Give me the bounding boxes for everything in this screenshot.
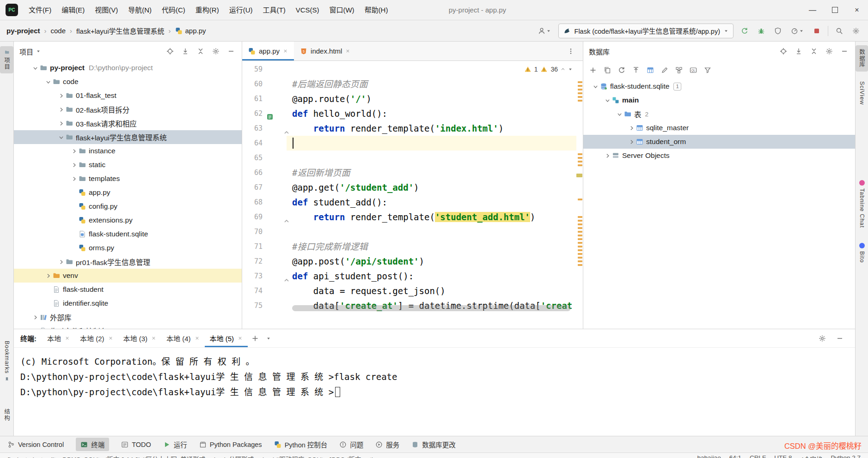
profiler-button[interactable] — [789, 25, 806, 36]
menu-item[interactable]: 工具(T) — [257, 0, 290, 20]
editor-tab-index.html[interactable]: 5index.html — [294, 42, 356, 60]
warning-stripe-mark[interactable] — [578, 260, 582, 262]
breadcrumb-item[interactable]: py-project — [6, 27, 40, 35]
window-maximize-button[interactable] — [824, 0, 846, 20]
chevron-right-icon[interactable] — [627, 139, 636, 145]
chevron-right-icon[interactable] — [56, 121, 66, 127]
warning-stripe-mark[interactable] — [578, 231, 582, 233]
line-number[interactable]: 67 — [242, 180, 263, 195]
tree-item[interactable]: venv — [14, 269, 242, 283]
status-info-item[interactable]: Python 2.7 — [831, 454, 861, 458]
settings-button[interactable] — [850, 25, 862, 36]
warning-stripe-mark[interactable] — [578, 89, 582, 90]
chevron-right-icon[interactable] — [627, 125, 636, 131]
chevron-down-icon[interactable] — [36, 49, 41, 54]
menu-item[interactable]: 窗口(W) — [324, 0, 359, 20]
warning-stripe-mark[interactable] — [578, 153, 582, 155]
stop-button[interactable] — [811, 25, 822, 36]
warning-stripe-mark[interactable] — [578, 157, 582, 159]
warning-stripe-mark[interactable] — [578, 264, 582, 266]
menu-item[interactable]: 视图(V) — [90, 0, 123, 20]
window-close-button[interactable]: × — [846, 0, 868, 20]
scroll-button[interactable] — [794, 46, 804, 56]
tree-item[interactable]: config.py — [14, 199, 242, 213]
warning-stripe-mark[interactable] — [578, 100, 582, 102]
chevron-right-icon[interactable] — [43, 273, 53, 279]
status-info-item[interactable]: 64:1 — [729, 454, 741, 458]
close-terminal-icon[interactable] — [238, 334, 243, 342]
search-button[interactable] — [834, 25, 845, 36]
chevron-down-icon[interactable] — [56, 134, 66, 140]
tree-item[interactable]: flask+layui学生信息管理系统 — [14, 130, 242, 144]
chevron-right-icon[interactable] — [56, 259, 66, 265]
line-number[interactable]: 73 — [242, 269, 263, 283]
menu-item[interactable]: 编辑(E) — [56, 0, 90, 20]
previous-warning-icon[interactable] — [561, 67, 565, 72]
warning-stripe-mark[interactable] — [578, 238, 582, 240]
editor-scroll-marks[interactable] — [576, 61, 583, 329]
tree-item[interactable]: sqlite_master — [583, 121, 855, 135]
hide-button[interactable] — [226, 46, 236, 56]
line-number[interactable]: 61 — [242, 91, 263, 106]
warning-stripe-mark[interactable] — [578, 164, 582, 166]
chevron-right-icon[interactable] — [69, 176, 79, 182]
menu-item[interactable]: VCS(S) — [291, 0, 324, 20]
chevron-right-icon[interactable] — [56, 107, 66, 113]
terminal-tab-本地 (5)[interactable]: 本地 (5) — [205, 329, 248, 347]
debug-button[interactable] — [756, 25, 767, 36]
restart-button[interactable] — [739, 25, 750, 36]
statusbar-item-服务[interactable]: 服务 — [375, 440, 399, 449]
line-number[interactable]: 63 — [242, 121, 263, 136]
chevron-down-icon[interactable] — [615, 111, 624, 117]
close-terminal-icon[interactable] — [151, 334, 156, 342]
line-number[interactable]: 62 — [242, 106, 263, 121]
tree-item[interactable]: 外部库 — [14, 310, 242, 324]
collapse-button[interactable] — [809, 46, 819, 56]
warning-stripe-mark[interactable] — [578, 246, 582, 247]
menu-item[interactable]: 文件(F) — [24, 0, 56, 20]
user-menu-button[interactable] — [536, 25, 553, 36]
locate-button[interactable] — [778, 46, 789, 56]
warning-stripe-mark[interactable] — [578, 216, 582, 218]
terminal-tab-本地 (3)[interactable]: 本地 (3) — [118, 329, 162, 347]
breadcrumb-item[interactable]: code — [51, 27, 66, 35]
coverage-button[interactable] — [772, 25, 783, 36]
tree-item[interactable]: extensions.py — [14, 213, 242, 227]
line-number[interactable]: 64 — [242, 136, 263, 151]
chevron-right-icon[interactable] — [69, 148, 79, 154]
horizontal-scrollbar[interactable] — [292, 305, 571, 311]
close-tab-icon[interactable] — [283, 47, 288, 55]
line-number[interactable]: 59 — [242, 62, 263, 77]
tree-item[interactable]: py-projectD:\python\py-project — [14, 61, 242, 75]
tree-item[interactable]: app.py — [14, 186, 242, 199]
tree-item[interactable]: 临时文件和控制台 — [14, 324, 242, 329]
warning-stripe-mark[interactable] — [578, 96, 582, 98]
warning-stripe-mark[interactable] — [578, 199, 582, 200]
close-terminal-icon[interactable] — [65, 334, 70, 342]
collapse-button[interactable] — [196, 46, 206, 56]
new-terminal-button[interactable] — [248, 329, 263, 347]
menu-item[interactable]: 帮助(H) — [360, 0, 393, 20]
line-number[interactable]: 71 — [242, 239, 263, 254]
editor-tab-app.py[interactable]: app.py — [242, 42, 294, 60]
line-number[interactable]: 60 — [242, 77, 263, 91]
statusbar-item-终端[interactable]: 终端 — [76, 438, 109, 451]
close-terminal-icon[interactable] — [108, 334, 113, 342]
warning-stripe-mark[interactable] — [578, 257, 582, 259]
tree-item[interactable]: pr01-flask学生信息管理 — [14, 255, 242, 269]
window-minimize-button[interactable]: — — [801, 0, 824, 20]
terminal-tab-本地 (2)[interactable]: 本地 (2) — [75, 329, 118, 347]
tool-stripe-tabnine[interactable]: Tabnine Chat — [856, 180, 868, 228]
settings-button[interactable] — [824, 46, 834, 56]
status-info-item[interactable]: babajiao — [697, 454, 721, 458]
tree-item[interactable]: 表2 — [583, 107, 855, 121]
line-number[interactable]: 66 — [242, 165, 263, 180]
tool-stripe-bito[interactable]: Bito — [856, 243, 868, 263]
sync-button[interactable] — [617, 65, 627, 75]
scroll-button[interactable] — [180, 46, 190, 56]
copy-button[interactable] — [602, 65, 612, 75]
project-panel-title[interactable]: 项目 — [19, 47, 33, 56]
chevron-right-icon[interactable] — [31, 314, 40, 320]
plus-button[interactable] — [588, 65, 598, 75]
warning-stripe-mark[interactable] — [578, 220, 582, 222]
